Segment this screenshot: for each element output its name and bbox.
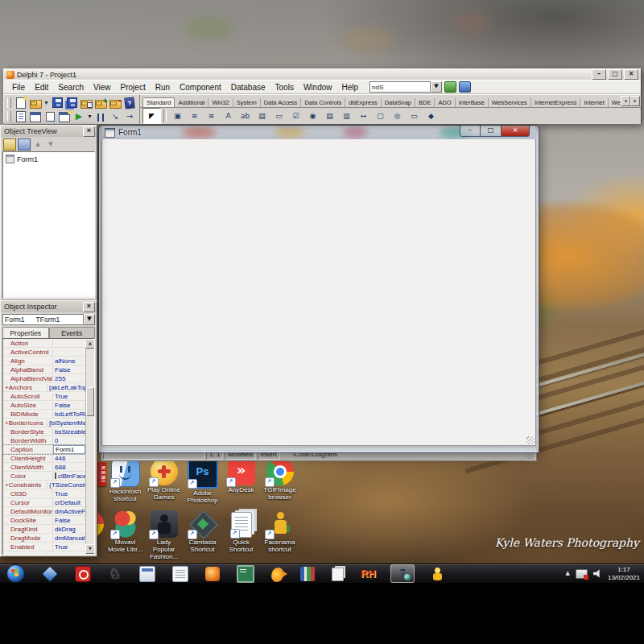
palette-action-list[interactable]: ◆ [423, 109, 440, 123]
desktop-icon-tgifimage[interactable]: ↗TGIFImage browser [261, 458, 299, 504]
property-row-alphablend[interactable]: AlphaBlendFalse [3, 365, 85, 374]
trace-into-button[interactable] [108, 110, 122, 123]
form-title-bar[interactable]: Form1 [101, 126, 536, 139]
menu-search[interactable]: Search [53, 82, 89, 93]
form-designer-window[interactable]: Form1 [98, 125, 539, 453]
desktop-icon-play-online-games[interactable]: ↗Play Online Games [145, 458, 183, 504]
property-value[interactable]: [akLeft,akTop] [47, 384, 85, 391]
property-row-ctl3d[interactable]: Ctl3DTrue [3, 489, 85, 498]
set-debug-desktop-icon[interactable] [459, 81, 471, 93]
palette-selection-pointer[interactable]: ◤ [142, 108, 161, 124]
tray-volume-icon[interactable] [593, 569, 602, 578]
menu-component[interactable]: Component [175, 82, 226, 93]
palette-tab-additional[interactable]: Additional [175, 98, 208, 107]
taskbar-icon-yellow-messenger[interactable] [428, 565, 446, 582]
palette-tab-system[interactable]: System [233, 98, 261, 107]
property-value[interactable]: bdLeftToRight [53, 411, 85, 418]
palette-frames[interactable]: ▣ [169, 109, 186, 123]
palette-tab-bde[interactable]: BDE [415, 98, 435, 107]
toggle-form-unit-button[interactable] [43, 110, 57, 123]
property-value[interactable]: dmManual [53, 535, 85, 542]
run-dropdown-button[interactable] [86, 110, 93, 123]
palette-tab-interbase[interactable]: InterBase [456, 98, 489, 107]
property-value[interactable]: 255 [53, 375, 85, 382]
close-button[interactable] [501, 126, 530, 137]
property-value[interactable]: 688 [53, 464, 85, 471]
menu-help[interactable]: Help [336, 82, 363, 93]
palette-radio-group[interactable]: ◎ [389, 109, 406, 123]
property-value[interactable]: Form1 [53, 445, 85, 454]
property-row-autoscroll[interactable]: AutoScrollTrue [3, 392, 85, 401]
property-value[interactable]: alNone [53, 357, 85, 365]
oi-scrollbar[interactable]: ▲ ▼ [85, 339, 94, 554]
save-button[interactable] [50, 97, 64, 109]
chevron-down-icon[interactable] [84, 314, 95, 325]
taskbar-icon-blue-diamond[interactable] [40, 565, 60, 582]
menu-file[interactable]: File [7, 82, 30, 93]
palette-tab-ado[interactable]: ADO [435, 98, 455, 107]
desktop-combo-value[interactable]: ndS [369, 81, 431, 93]
palette-tab-data-controls[interactable]: Data Controls [301, 98, 345, 107]
palette-tab-data-access[interactable]: Data Access [261, 98, 302, 107]
taskbar-icon-windows-start[interactable] [5, 565, 27, 582]
palette-button[interactable]: ▭ [270, 109, 287, 123]
taskbar-icon-chess[interactable]: ♞ [106, 565, 124, 582]
property-row-borderstyle[interactable]: BorderStylebsSizeable [3, 427, 85, 436]
toolbar-grip[interactable] [7, 97, 11, 108]
palette-edit[interactable]: ab [237, 109, 254, 123]
desktop-icon-hackintosh[interactable]: ↗Hackintosh shortcut [106, 458, 144, 504]
taskbar-icon-delphi7-globe[interactable]: 7 [390, 564, 415, 583]
close-button[interactable] [624, 69, 638, 80]
menu-database[interactable]: Database [226, 82, 270, 93]
minimize-button[interactable] [592, 69, 606, 80]
tab-events[interactable]: Events [49, 327, 96, 338]
menu-window[interactable]: Window [299, 82, 337, 93]
tray-network-icon[interactable] [576, 569, 588, 579]
property-value[interactable]: (TSizeConstraints) [47, 481, 85, 489]
open-project-button[interactable] [79, 97, 93, 109]
property-value[interactable]: True [53, 490, 85, 497]
instance-selector[interactable]: Form1 TForm1 [2, 314, 95, 325]
chevron-down-icon[interactable] [431, 81, 442, 93]
scrollbar-thumb[interactable] [86, 387, 94, 416]
palette-group-box[interactable]: ▢ [372, 109, 389, 123]
desktop-icon-movavi-video-editor[interactable]: ↗Movavi Movie Libr... [106, 510, 144, 561]
palette-tab-datasnap[interactable]: DataSnap [382, 98, 415, 107]
property-row-constraints[interactable]: +Constraints(TSizeConstraints) [3, 481, 85, 489]
new-form-button[interactable] [57, 110, 72, 123]
property-row-color[interactable]: ColorclBtnFace [3, 472, 85, 481]
open-button[interactable] [28, 97, 43, 109]
close-icon[interactable] [83, 302, 95, 312]
property-value[interactable]: dmActiveForm [53, 508, 85, 515]
palette-memo[interactable]: ▤ [254, 109, 270, 123]
palette-scroll-bar[interactable]: ↔ [355, 109, 372, 123]
desktop-icon-camtasia[interactable]: ↗Camtasia Shortcut [184, 510, 221, 561]
palette-label[interactable]: A [220, 109, 237, 123]
help-contents-button[interactable] [122, 97, 137, 109]
taskbar-icon-notepad[interactable] [171, 565, 190, 582]
property-row-bidimode[interactable]: BiDiModebdLeftToRight [3, 410, 85, 419]
palette-tab-webservices[interactable]: WebServices [489, 98, 531, 107]
delete-item-button[interactable] [18, 138, 31, 151]
property-value[interactable]: 0 [53, 437, 85, 444]
toolbar-grip[interactable] [7, 111, 11, 122]
property-row-alphablendvalue[interactable]: AlphaBlendValue255 [3, 374, 85, 383]
run-button[interactable] [72, 110, 86, 123]
taskbar-clock[interactable]: 1:17 13/02/2021 [608, 566, 642, 582]
move-down-button[interactable]: ▼ [45, 139, 56, 150]
palette-list-box[interactable]: ▤ [321, 109, 338, 123]
palette-check-box[interactable]: ☑ [287, 109, 304, 123]
property-row-font[interactable]: +Font(TFont) [3, 551, 85, 554]
form-design-surface[interactable] [101, 139, 536, 446]
desktop-icon-quick-shortcut[interactable]: ↗Quick Shortcut [222, 510, 260, 561]
form-resize-grip[interactable] [526, 436, 535, 444]
property-value[interactable]: True [53, 543, 85, 551]
save-all-button[interactable] [64, 97, 79, 109]
property-value[interactable]: clBtnFace [53, 473, 85, 480]
menu-edit[interactable]: Edit [30, 82, 53, 93]
taskbar-icon-chalkboard[interactable] [235, 565, 256, 582]
scroll-left-icon[interactable]: ◂ [621, 96, 630, 106]
move-up-button[interactable]: ▲ [32, 139, 43, 150]
new-items-button[interactable] [14, 97, 28, 109]
desktop-icon-facenama[interactable]: ↗Facenama shortcut [261, 510, 299, 561]
